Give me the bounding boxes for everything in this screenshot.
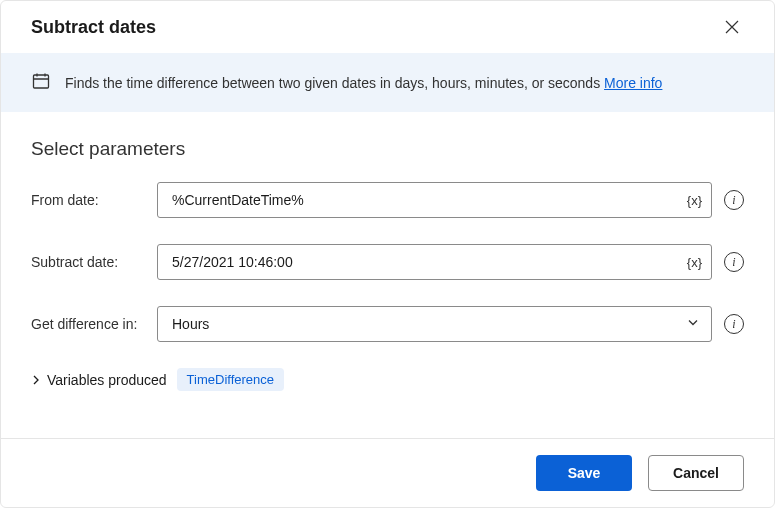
chevron-down-icon xyxy=(686,316,700,333)
subtract-date-row: Subtract date: {x} i xyxy=(31,244,744,280)
info-text: Finds the time difference between two gi… xyxy=(65,75,604,91)
dialog-titlebar: Subtract dates xyxy=(1,1,774,53)
from-date-row: From date: {x} i xyxy=(31,182,744,218)
section-title: Select parameters xyxy=(31,138,744,160)
from-date-label: From date: xyxy=(31,192,157,208)
from-date-control: {x} xyxy=(157,182,712,218)
calendar-icon xyxy=(31,71,51,94)
from-date-variable-button[interactable]: {x} xyxy=(687,193,702,208)
get-difference-row: Get difference in: Hours i xyxy=(31,306,744,342)
subtract-dates-dialog: Subtract dates Finds the time difference… xyxy=(0,0,775,508)
get-difference-select[interactable]: Hours xyxy=(157,306,712,342)
more-info-link[interactable]: More info xyxy=(604,75,662,91)
get-difference-label: Get difference in: xyxy=(31,316,157,332)
info-bar: Finds the time difference between two gi… xyxy=(1,53,774,112)
subtract-date-input[interactable] xyxy=(157,244,712,280)
subtract-date-info-icon[interactable]: i xyxy=(724,252,744,272)
variables-produced-row: Variables produced TimeDifference xyxy=(31,368,744,391)
variable-chip-timedifference[interactable]: TimeDifference xyxy=(177,368,284,391)
from-date-input[interactable] xyxy=(157,182,712,218)
dialog-title: Subtract dates xyxy=(31,17,156,38)
get-difference-value: Hours xyxy=(172,316,209,332)
dialog-footer: Save Cancel xyxy=(1,438,774,507)
chevron-right-icon xyxy=(31,375,41,385)
variables-label: Variables produced xyxy=(47,372,167,388)
get-difference-info-icon[interactable]: i xyxy=(724,314,744,334)
svg-rect-0 xyxy=(34,75,49,88)
cancel-button[interactable]: Cancel xyxy=(648,455,744,491)
from-date-info-icon[interactable]: i xyxy=(724,190,744,210)
close-icon xyxy=(725,20,739,34)
info-text-container: Finds the time difference between two gi… xyxy=(65,75,662,91)
close-button[interactable] xyxy=(720,15,744,39)
save-button[interactable]: Save xyxy=(536,455,632,491)
dialog-body: Select parameters From date: {x} i Subtr… xyxy=(1,112,774,438)
subtract-date-control: {x} xyxy=(157,244,712,280)
subtract-date-variable-button[interactable]: {x} xyxy=(687,255,702,270)
subtract-date-label: Subtract date: xyxy=(31,254,157,270)
get-difference-control: Hours xyxy=(157,306,712,342)
variables-expander[interactable]: Variables produced xyxy=(31,372,167,388)
